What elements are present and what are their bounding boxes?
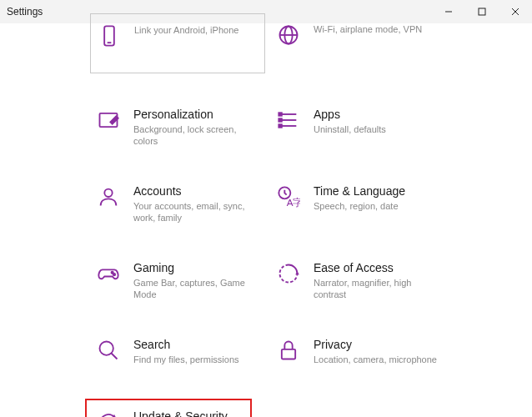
close-button[interactable]: [499, 0, 532, 23]
apps-icon: [275, 107, 302, 133]
tile-sub: Link your Android, iPhone: [134, 24, 259, 36]
ease-of-access-icon: [275, 260, 302, 287]
tile-gaming[interactable]: Gaming Game Bar, captures, Game Mode: [90, 257, 265, 304]
tile-ease-of-access[interactable]: Ease of Access Narrator, magnifier, high…: [270, 257, 445, 304]
tile-sub: Speech, region, date: [314, 200, 440, 212]
tile-apps[interactable]: Apps Uninstall, defaults: [270, 103, 445, 150]
svg-rect-15: [279, 124, 282, 128]
svg-point-16: [104, 189, 112, 197]
tile-sub: Location, camera, microphone: [314, 354, 440, 365]
tile-time-language[interactable]: A字 Time & Language Speech, region, date: [270, 180, 445, 227]
svg-rect-1: [479, 8, 485, 15]
svg-rect-13: [279, 113, 282, 116]
gaming-icon: [95, 260, 122, 287]
tile-network[interactable]: Wi-Fi, airplane mode, VPN: [270, 18, 445, 73]
tile-title: Personalization: [133, 107, 260, 122]
tile-title: Apps: [314, 107, 440, 122]
tile-sub: Uninstall, defaults: [314, 123, 440, 135]
tile-personalization[interactable]: Personalization Background, lock screen,…: [90, 103, 265, 150]
tile-title: Ease of Access: [314, 260, 440, 275]
svg-point-19: [112, 272, 113, 274]
time-language-icon: A字: [275, 183, 302, 210]
globe-icon: [275, 22, 302, 48]
window-titlebar: Settings: [0, 0, 532, 23]
svg-rect-14: [279, 118, 282, 122]
personalization-icon: [95, 107, 122, 133]
accounts-icon: [95, 183, 122, 210]
tile-sub: Find my files, permissions: [133, 354, 260, 365]
update-icon: [95, 409, 122, 417]
svg-rect-24: [282, 349, 295, 359]
tile-sub: Game Bar, captures, Game Mode: [133, 277, 260, 300]
tile-sub: Wi-Fi, airplane mode, VPN: [314, 23, 440, 35]
tile-sub: Narrator, magnifier, high contrast: [314, 277, 440, 300]
search-icon: [95, 337, 122, 364]
tile-title: Privacy: [314, 337, 440, 352]
svg-point-22: [100, 342, 113, 355]
maximize-button[interactable]: [465, 0, 499, 23]
svg-text:A字: A字: [287, 197, 300, 208]
tile-search[interactable]: Search Find my files, permissions: [90, 334, 265, 369]
tile-title: Accounts: [133, 183, 260, 198]
tile-sub: Your accounts, email, sync, work, family: [133, 200, 260, 224]
tile-privacy[interactable]: Privacy Location, camera, microphone: [270, 334, 445, 369]
tile-title: Update & Security: [133, 409, 242, 417]
svg-marker-21: [295, 272, 299, 275]
tile-accounts[interactable]: Accounts Your accounts, email, sync, wor…: [90, 180, 265, 227]
tile-update-security[interactable]: Update & Security Windows Update, recove…: [85, 399, 252, 417]
lock-icon: [275, 337, 302, 364]
tile-sub: Background, lock screen, colors: [133, 123, 260, 147]
tile-title: Search: [133, 337, 260, 352]
svg-point-20: [113, 274, 115, 275]
tile-title: Gaming: [133, 260, 260, 275]
tile-phone[interactable]: Link your Android, iPhone: [90, 13, 265, 73]
tile-title: Time & Language: [314, 183, 440, 198]
svg-line-23: [112, 354, 118, 359]
phone-icon: [96, 23, 123, 49]
window-title: Settings: [7, 6, 43, 18]
